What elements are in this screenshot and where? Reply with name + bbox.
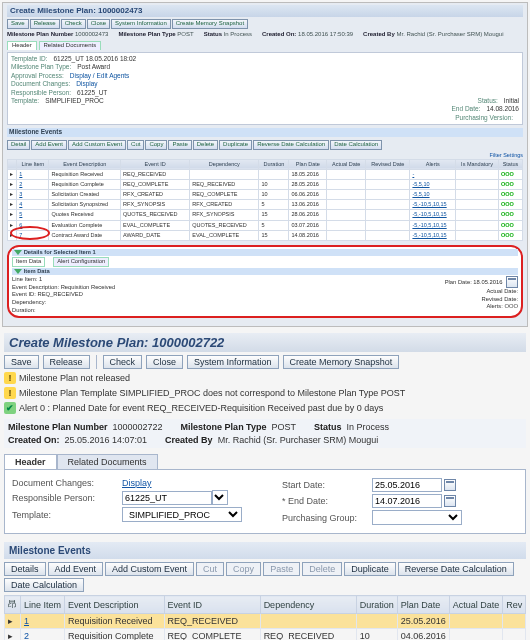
save-button[interactable]: Save [4, 355, 39, 369]
ts-event-toolbar: DetailAdd EventAdd Custom EventCutCopyPa… [7, 140, 523, 150]
responsible-person-dropdown[interactable] [212, 490, 228, 505]
cut-button[interactable]: Cut [196, 562, 224, 576]
ts-events-title: Milestone Events [7, 128, 523, 136]
ts-tabs: Header Related Documents [7, 41, 523, 50]
calendar-icon[interactable] [444, 479, 456, 491]
reverse-date-calc-button[interactable]: Reverse Date Calculation [398, 562, 514, 576]
ts-btn[interactable]: System Information [111, 19, 171, 29]
message-ok: ✔Alert 0 : Planned Date for event REQ_RE… [4, 402, 526, 414]
paste-button[interactable]: Paste [263, 562, 300, 576]
ts-ev-btn[interactable]: Copy [145, 140, 167, 150]
col-act[interactable]: Actual Date [449, 596, 503, 614]
table-row[interactable]: ▸ 2 Requisition Complete REQ_COMPLETE RE… [5, 629, 526, 640]
event-toolbar: Details Add Event Add Custom Event Cut C… [4, 562, 526, 592]
ts-ev-btn[interactable]: Cut [127, 140, 144, 150]
line-item-link[interactable]: 2 [24, 631, 29, 640]
end-date-input[interactable] [372, 494, 442, 508]
success-icon: ✔ [4, 402, 16, 414]
display-doc-changes-link[interactable]: Display [122, 478, 152, 488]
col-line-item[interactable]: Line Item [21, 596, 65, 614]
ts-tab-header[interactable]: Header [7, 41, 37, 50]
ts-btn[interactable]: Check [61, 19, 86, 29]
ts-action-bar: SaveReleaseCheckCloseSystem InformationC… [7, 19, 523, 29]
ts-detail-panel-highlight: Details for Selected Item 1 Item Data Al… [7, 245, 523, 318]
ts-ev-btn[interactable]: Add Event [31, 140, 67, 150]
meta-info-bar: Milestone Plan Number 1000002722 Milesto… [4, 419, 526, 448]
col-rev[interactable]: Rev [503, 596, 526, 614]
ts-page-title: Create Milestone Plan: 1000002473 [7, 5, 523, 17]
line-item-link[interactable]: 1 [24, 616, 29, 626]
ts-btn[interactable]: Close [87, 19, 110, 29]
col-eid[interactable]: Event ID [164, 596, 260, 614]
main-tabs: Header Related Documents [4, 454, 526, 469]
header-panel: Document Changes:Display Responsible Per… [4, 469, 526, 534]
calendar-icon[interactable] [444, 495, 456, 507]
table-row[interactable]: ▸ 1 Requisition Received REQ_RECEIVED 25… [5, 614, 526, 629]
add-custom-event-button[interactable]: Add Custom Event [105, 562, 194, 576]
delete-button[interactable]: Delete [302, 562, 342, 576]
warning-icon: ! [4, 372, 16, 384]
start-date-input[interactable] [372, 478, 442, 492]
tab-related-documents[interactable]: Related Documents [57, 454, 158, 469]
responsible-person-input[interactable] [122, 491, 212, 505]
ts-ev-btn[interactable]: Detail [7, 140, 30, 150]
expand-icon[interactable]: ▸ [5, 614, 21, 629]
ts-ev-btn[interactable]: Date Calculation [330, 140, 382, 150]
ts-btn[interactable]: Create Memory Snapshot [172, 19, 248, 29]
col-plan[interactable]: Plan Date [397, 596, 449, 614]
system-information-button[interactable]: System Information [187, 355, 279, 369]
ts-events-table: Line ItemEvent DescriptionEvent IDDepend… [7, 159, 523, 241]
events-table: 昂 Line Item Event Description Event ID D… [4, 595, 526, 640]
message-warning-1: !Milestone Plan not released [4, 372, 526, 384]
ts-ev-btn[interactable]: Delete [193, 140, 218, 150]
expand-icon[interactable]: ▸ [5, 629, 21, 640]
milestone-events-header: Milestone Events [4, 542, 526, 559]
ts-btn[interactable]: Release [30, 19, 60, 29]
warning-icon: ! [4, 387, 16, 399]
page-title: Create Milestone Plan: 1000002722 [4, 333, 526, 352]
message-warning-2: !Milestone Plan Template SIMPLIFIED_PROC… [4, 387, 526, 399]
col-expand: 昂 [5, 596, 21, 614]
ts-ev-btn[interactable]: Paste [168, 140, 191, 150]
template-select[interactable]: SIMPLIFIED_PROC [122, 507, 242, 522]
col-dep[interactable]: Dependency [260, 596, 356, 614]
ts-meta-line: Milestone Plan Number 1000002473 Milesto… [7, 31, 523, 39]
ts-header-form: Template ID:61225_UT 18.05.2016 18:02 Mi… [7, 52, 523, 126]
ts-btn[interactable]: Save [7, 19, 29, 29]
col-dur[interactable]: Duration [356, 596, 397, 614]
ts-tab-related[interactable]: Related Documents [39, 41, 102, 50]
release-button[interactable]: Release [43, 355, 90, 369]
ts-detail-tab-alert[interactable]: Alert Configuration [53, 257, 109, 267]
date-calc-button[interactable]: Date Calculation [4, 578, 84, 592]
ts-ev-btn[interactable]: Duplicate [219, 140, 252, 150]
calendar-icon[interactable] [506, 276, 518, 288]
check-button[interactable]: Check [103, 355, 143, 369]
top-reference-screenshot: Create Milestone Plan: 1000002473 SaveRe… [2, 2, 528, 327]
tab-header[interactable]: Header [4, 454, 57, 469]
close-button[interactable]: Close [146, 355, 183, 369]
ts-ev-btn[interactable]: Reverse Date Calculation [253, 140, 329, 150]
purchasing-group-select[interactable] [372, 510, 462, 525]
ts-ev-btn[interactable]: Add Custom Event [68, 140, 126, 150]
details-button[interactable]: Details [4, 562, 46, 576]
col-desc[interactable]: Event Description [65, 596, 165, 614]
ts-filter-link[interactable]: Filter Settings [7, 152, 523, 159]
duplicate-button[interactable]: Duplicate [344, 562, 396, 576]
add-event-button[interactable]: Add Event [48, 562, 104, 576]
copy-button[interactable]: Copy [226, 562, 261, 576]
ts-detail-tab-item[interactable]: Item Data [12, 257, 45, 267]
memory-snapshot-button[interactable]: Create Memory Snapshot [283, 355, 400, 369]
action-toolbar: Save Release Check Close System Informat… [4, 355, 526, 369]
